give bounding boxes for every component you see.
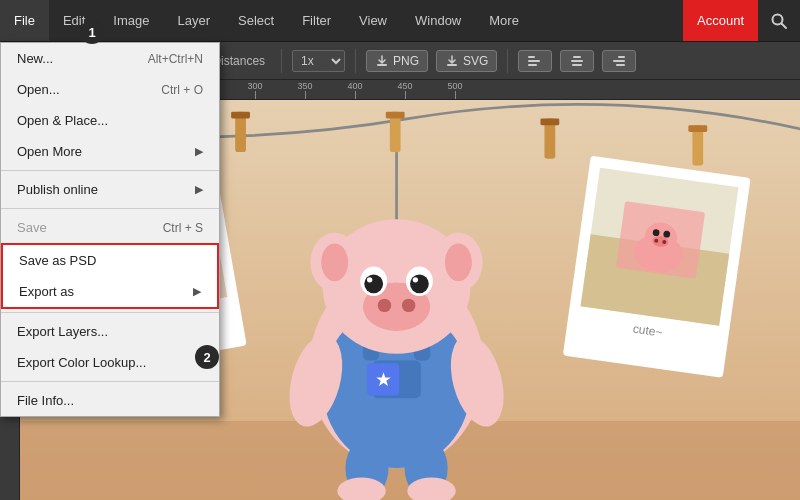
svg-rect-10 — [618, 56, 625, 58]
dd-item-export-layers[interactable]: Export Layers... — [1, 316, 219, 347]
dd-item-save-psd[interactable]: Save as PSD — [3, 245, 217, 276]
dd-item-save: Save Ctrl + S — [1, 212, 219, 243]
export-svg-button[interactable]: SVG — [436, 50, 497, 72]
svg-point-66 — [367, 277, 372, 282]
dd-item-new[interactable]: New... Alt+Ctrl+N — [1, 43, 219, 74]
svg-rect-18 — [231, 112, 250, 119]
dd-item-file-info[interactable]: File Info... — [1, 385, 219, 416]
svg-rect-22 — [540, 118, 559, 125]
svg-point-70 — [321, 244, 348, 282]
align-left-button[interactable] — [518, 50, 552, 72]
menu-item-layer[interactable]: Layer — [164, 0, 225, 41]
dd-item-open[interactable]: Open... Ctrl + O — [1, 74, 219, 105]
menu-item-account[interactable]: Account — [683, 0, 758, 41]
svg-rect-9 — [572, 64, 582, 66]
dd-item-export-as[interactable]: Export as ▶ — [3, 276, 217, 307]
dropdown-separator-2 — [1, 208, 219, 209]
svg-point-71 — [445, 244, 472, 282]
svg-rect-7 — [573, 56, 581, 58]
svg-rect-3 — [447, 64, 457, 66]
dropdown-separator-3 — [1, 312, 219, 313]
ruler-tick: 450 — [380, 81, 430, 99]
svg-rect-4 — [528, 56, 535, 58]
toolbar-separator-4 — [507, 49, 508, 73]
zoom-select[interactable]: 1x 2x 0.5x — [292, 50, 345, 72]
svg-rect-24 — [688, 125, 707, 132]
dd-highlight-group: Save as PSD Export as ▶ — [1, 243, 219, 309]
svg-point-64 — [364, 274, 383, 293]
align-center-button[interactable] — [560, 50, 594, 72]
dd-item-export-color[interactable]: Export Color Lookup... — [1, 347, 219, 378]
toolbar-separator-3 — [355, 49, 356, 73]
menu-item-image[interactable]: Image — [99, 0, 163, 41]
ruler-tick: 500 — [430, 81, 480, 99]
svg-rect-2 — [377, 64, 387, 66]
svg-rect-11 — [613, 60, 625, 62]
menu-item-file[interactable]: File — [0, 0, 49, 41]
menu-bar: File Edit Image Layer Select Filter View… — [0, 0, 800, 42]
svg-point-65 — [410, 274, 429, 293]
dropdown-separator-1 — [1, 170, 219, 171]
svg-rect-6 — [528, 64, 537, 66]
ruler-tick: 350 — [280, 81, 330, 99]
menu-item-view[interactable]: View — [345, 0, 401, 41]
ruler-tick: 300 — [230, 81, 280, 99]
menu-item-select[interactable]: Select — [224, 0, 288, 41]
svg-point-60 — [378, 299, 391, 312]
svg-rect-20 — [386, 112, 405, 119]
ruler-tick: 400 — [330, 81, 380, 99]
search-button[interactable] — [758, 0, 800, 41]
svg-point-67 — [413, 277, 418, 282]
dd-item-open-place[interactable]: Open & Place... — [1, 105, 219, 136]
menu-item-more[interactable]: More — [475, 0, 533, 41]
toolbar-separator-2 — [281, 49, 282, 73]
menu-item-window[interactable]: Window — [401, 0, 475, 41]
dd-item-publish[interactable]: Publish online ▶ — [1, 174, 219, 205]
dropdown-menu: New... Alt+Ctrl+N Open... Ctrl + O Open … — [0, 42, 220, 417]
dropdown-separator-4 — [1, 381, 219, 382]
svg-text:★: ★ — [375, 369, 392, 390]
svg-rect-12 — [616, 64, 625, 66]
svg-point-61 — [402, 299, 415, 312]
step-badge-1: 1 — [80, 20, 104, 44]
svg-line-1 — [782, 23, 787, 28]
align-right-button[interactable] — [602, 50, 636, 72]
svg-rect-8 — [571, 60, 583, 62]
dd-item-open-more[interactable]: Open More ▶ — [1, 136, 219, 167]
svg-rect-5 — [528, 60, 540, 62]
export-png-button[interactable]: PNG — [366, 50, 428, 72]
menu-item-filter[interactable]: Filter — [288, 0, 345, 41]
step-badge-2: 2 — [195, 345, 219, 369]
